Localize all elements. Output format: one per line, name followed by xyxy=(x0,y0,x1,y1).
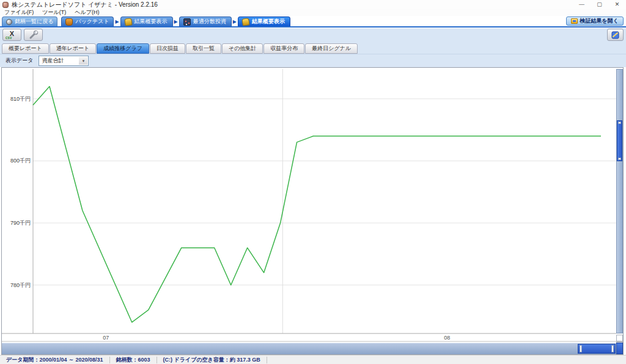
equity-line xyxy=(33,87,601,322)
csv-export-button[interactable]: X CSV xyxy=(2,29,21,41)
open-results-label: 検証結果を開く xyxy=(580,17,619,25)
tab-performance-chart[interactable]: 成績推移グラフ xyxy=(97,43,149,54)
menu-item-tools[interactable]: ツール(T) xyxy=(42,9,66,16)
horizontal-range-thumb[interactable] xyxy=(578,344,616,354)
document-icon xyxy=(611,31,620,40)
arrow-right-icon: ▶ xyxy=(115,19,119,24)
report-tab-bar: 概要レポート 通年レポート 成績推移グラフ 日次損益 取引一覧 その他集計 収益… xyxy=(0,42,626,54)
y-tick-label: 810千円 xyxy=(10,96,31,102)
settings-button[interactable] xyxy=(24,29,43,41)
display-data-value: 資産合計 xyxy=(42,57,64,65)
workflow-tab-label: バックテスト xyxy=(75,18,109,26)
status-data-period: データ期間：2000/01/04 ～ 2020/08/31 xyxy=(0,357,110,363)
arrow-right-icon: ▶ xyxy=(233,19,237,24)
display-data-select[interactable]: 資産合計 ▼ xyxy=(39,56,89,66)
workflow-tab-label: 最適分散投資 xyxy=(193,18,226,26)
workflow-tab-label: 結果概要表示 xyxy=(252,18,285,26)
workflow-tab-results-overview-2[interactable]: 結果概要表示 xyxy=(238,16,290,26)
report-tab-label: 通年レポート xyxy=(56,45,90,53)
status-disk-space: (C:) ドライブの空き容量：約 317.3 GB xyxy=(157,357,267,363)
workflow-tab-optimal-diversification[interactable]: 最適分散投資 xyxy=(179,16,232,26)
workflow-tab-stock-list[interactable]: 銘柄一覧に戻る xyxy=(2,16,57,26)
wrench-icon xyxy=(29,30,39,40)
slider-grip[interactable] xyxy=(618,122,621,124)
corner-box xyxy=(616,335,623,341)
y-tick-label: 780千円 xyxy=(10,282,31,288)
backtest-icon xyxy=(65,18,73,26)
window-title: 株システムトレードソフト イザナミ - Version 2.2.16 xyxy=(12,0,158,9)
report-tab-label: 取引一覧 xyxy=(193,45,215,53)
report-tool-button[interactable] xyxy=(607,29,624,41)
vertical-range-thumb[interactable] xyxy=(617,120,622,161)
x-tick-label: 08 xyxy=(444,335,450,341)
report-tab-label: 日次損益 xyxy=(156,45,179,53)
vertical-range-slider[interactable] xyxy=(616,69,623,333)
tab-other-stats[interactable]: その他集計 xyxy=(222,43,263,54)
title-bar: 株システムトレードソフト イザナミ - Version 2.2.16 — ▢ ✕ xyxy=(0,0,626,9)
status-bar: データ期間：2000/01/04 ～ 2020/08/31 銘柄数：6003 (… xyxy=(0,355,626,364)
y-tick-label: 790千円 xyxy=(10,220,31,226)
workflow-tab-results-overview-1[interactable]: 結果概要表示 xyxy=(120,16,173,26)
app-icon xyxy=(2,2,9,8)
chevron-down-icon: ▼ xyxy=(79,57,87,65)
display-data-label: 表示データ xyxy=(6,57,33,65)
toolbar: X CSV xyxy=(0,27,626,42)
close-icon[interactable]: ✕ xyxy=(608,0,626,9)
workflow-tab-backtest[interactable]: バックテスト xyxy=(61,16,114,26)
slider-grip[interactable] xyxy=(580,345,582,352)
y-tick-label: 800千円 xyxy=(10,158,31,164)
performance-chart-panel: 810千円800千円790千円780千円0708 xyxy=(1,67,624,355)
tab-last-day-signals[interactable]: 最終日シグナル xyxy=(305,43,358,54)
maximize-icon[interactable]: ▢ xyxy=(591,0,608,9)
performance-chart: 810千円800千円790千円780千円0708 xyxy=(2,68,616,342)
horizontal-range-slider[interactable] xyxy=(2,343,616,354)
workflow-tab-label: 結果概要表示 xyxy=(134,18,168,26)
tab-overview-report[interactable]: 概要レポート xyxy=(2,43,49,54)
status-symbol-count: 銘柄数：6003 xyxy=(110,357,157,363)
minimize-icon[interactable]: — xyxy=(573,0,591,9)
stock-list-icon xyxy=(6,19,12,25)
tab-daily-pnl[interactable]: 日次損益 xyxy=(150,43,185,54)
menu-item-file[interactable]: ファイル(F) xyxy=(4,9,34,16)
display-data-row: 表示データ 資産合計 ▼ xyxy=(0,54,626,67)
portfolio-icon xyxy=(183,18,191,26)
menu-bar: ファイル(F) ツール(T) ヘルプ(H) xyxy=(0,9,626,16)
workflow-tab-label: 銘柄一覧に戻る xyxy=(15,18,53,26)
slider-grip[interactable] xyxy=(611,345,614,352)
workflow-tab-bar: 銘柄一覧に戻る バックテスト ▶ 結果概要表示 ▶ 最適分散投資 ▶ 結果概要表… xyxy=(0,16,626,26)
results-icon xyxy=(241,18,250,26)
slider-grip[interactable] xyxy=(618,158,621,160)
results-icon xyxy=(124,18,133,26)
tab-annual-report[interactable]: 通年レポート xyxy=(50,43,97,54)
open-verification-results-button[interactable]: 検証結果を開く xyxy=(566,16,624,26)
report-tab-label: 最終日シグナル xyxy=(312,45,351,53)
report-tab-label: 収益率分布 xyxy=(270,45,298,53)
tab-trade-list[interactable]: 取引一覧 xyxy=(186,43,221,54)
menu-item-help[interactable]: ヘルプ(H) xyxy=(75,9,99,16)
csv-label: CSV xyxy=(6,36,12,40)
report-tab-label: その他集計 xyxy=(229,45,256,53)
open-results-icon xyxy=(571,18,578,24)
arrow-right-icon: ▶ xyxy=(174,19,178,24)
x-tick-label: 07 xyxy=(103,335,109,341)
report-tab-label: 概要レポート xyxy=(9,45,42,53)
slider-end-cap xyxy=(616,343,623,354)
tab-return-distribution[interactable]: 収益率分布 xyxy=(263,43,304,54)
report-tab-label: 成績推移グラフ xyxy=(103,45,142,53)
